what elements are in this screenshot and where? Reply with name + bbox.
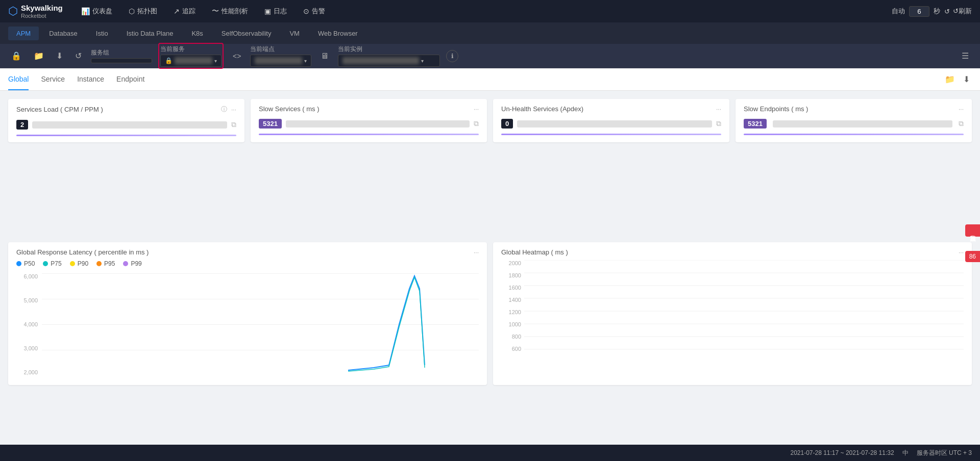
download-icon-btn[interactable]: ⬇ <box>53 49 66 63</box>
chart-header: Global Heatmap ( ms ) ··· <box>501 248 964 256</box>
current-service-input[interactable]: 🔒 -- -- ▾ <box>160 55 222 67</box>
card-body: 5321 ⧉ <box>744 119 964 129</box>
card-underline <box>259 134 479 135</box>
service-chevron-icon: ▾ <box>214 58 217 64</box>
nav-topology[interactable]: ⬡ 拓扑图 <box>122 4 163 19</box>
endpoint-chevron-icon: ▾ <box>304 58 307 64</box>
nav-perf[interactable]: 〜 性能剖析 <box>206 4 254 19</box>
second-nav-apm[interactable]: APM <box>8 27 39 40</box>
refresh-button[interactable]: ↺ ↺刷新 <box>944 7 972 16</box>
copy-icon[interactable]: ⧉ <box>474 119 479 128</box>
floating-badge: 86 <box>965 251 980 262</box>
second-nav-web[interactable]: Web Browser <box>310 27 366 40</box>
services-load-name <box>32 121 227 129</box>
card-underline <box>744 134 964 135</box>
copy-icon[interactable]: ⧉ <box>231 120 236 129</box>
slow-services-title: Slow Services ( ms ) <box>259 105 319 113</box>
sub-tab-instance[interactable]: Instance <box>77 69 104 90</box>
card-header: Services Load ( CPM / PPM ) ⓘ ··· <box>16 105 236 114</box>
slow-endpoints-badge: 5321 <box>744 119 767 129</box>
legend-p50: P50 <box>16 260 35 267</box>
sub-tab-service[interactable]: Service <box>41 69 65 90</box>
nav-log[interactable]: ▣ 日志 <box>258 4 293 19</box>
card-actions[interactable]: ··· <box>959 106 964 113</box>
service-group-input[interactable] <box>91 58 152 63</box>
current-instance-input[interactable]: 70b79c438af0... ▾ <box>338 55 440 67</box>
slow-endpoints-title: Slow Endpoints ( ms ) <box>744 105 808 113</box>
second-nav-database[interactable]: Database <box>41 27 86 40</box>
second-nav-istio[interactable]: Istio <box>88 27 116 40</box>
services-load-card: Services Load ( CPM / PPM ) ⓘ ··· 2 ⧉ <box>8 99 244 142</box>
card-actions[interactable]: ··· <box>474 106 479 113</box>
menu-icon-btn[interactable]: ☰ <box>959 49 972 63</box>
unhealth-services-title: Un-Health Services (Apdex) <box>501 105 583 113</box>
card-actions[interactable]: ⓘ ··· <box>221 105 236 114</box>
sub-tab-global[interactable]: Global <box>8 69 29 90</box>
reload-icon-btn[interactable]: ↺ <box>72 49 85 63</box>
card-actions[interactable]: ··· <box>716 106 721 113</box>
copy-icon[interactable]: ⧉ <box>716 119 721 128</box>
latency-more-icon[interactable]: ··· <box>474 249 479 256</box>
more-icon: ··· <box>959 106 964 113</box>
card-header: Slow Endpoints ( ms ) ··· <box>744 105 964 113</box>
logo-area: ⬡ Skywalking Rocketbot <box>8 4 63 19</box>
topology-icon: ⬡ <box>129 7 135 15</box>
service-group-dropdown[interactable]: 服务组 <box>91 48 152 63</box>
y-labels: 6,000 5,000 4,000 3,000 2,000 <box>16 273 42 375</box>
lock-icon-btn[interactable]: 🔒 <box>8 49 24 63</box>
sub-tabs: Global Service Instance Endpoint 📁 ⬇ <box>0 68 980 91</box>
top-nav: ⬡ Skywalking Rocketbot 📊 仪表盘 ⬡ 拓扑图 ↗ 追踪 … <box>0 0 980 22</box>
code-icon-btn[interactable]: <> <box>230 50 244 62</box>
logo-icon: ⬡ <box>8 5 18 18</box>
empty-space <box>8 150 972 242</box>
current-instance-dropdown[interactable]: 当前实例 70b79c438af0... ▾ <box>338 45 440 67</box>
logo-text: Skywalking <box>21 4 63 13</box>
info-icon-btn[interactable]: ℹ <box>446 50 458 62</box>
card-underline <box>501 134 721 135</box>
heatmap-grid-area <box>524 260 964 362</box>
trace-icon: ↗ <box>174 7 180 15</box>
second-nav-vm[interactable]: VM <box>281 27 308 40</box>
card-header: Slow Services ( ms ) ··· <box>259 105 479 113</box>
latency-chart-title: Global Response Latency ( percentile in … <box>16 248 149 256</box>
nav-alert[interactable]: ⊙ 告警 <box>297 4 331 19</box>
copy-icon[interactable]: ⧉ <box>959 119 964 128</box>
latency-chart-area: 6,000 5,000 4,000 3,000 2,000 <box>16 273 479 375</box>
more-icon: ··· <box>231 106 236 113</box>
main-content: Services Load ( CPM / PPM ) ⓘ ··· 2 ⧉ Sl… <box>0 91 980 401</box>
legend: P50 P75 P90 P95 P99 <box>16 260 479 267</box>
more-icon: ··· <box>716 106 721 113</box>
current-instance-label: 当前实例 <box>338 45 440 54</box>
p50-dot <box>16 261 21 266</box>
current-endpoint-input[interactable]: ins/bas... ▾ <box>250 55 311 67</box>
perf-icon: 〜 <box>212 7 219 16</box>
unhealth-badge: 0 <box>501 119 513 129</box>
second-nav-self[interactable]: SelfObservability <box>213 27 280 40</box>
sub-tab-endpoint[interactable]: Endpoint <box>116 69 144 90</box>
legend-p95: P95 <box>96 260 115 267</box>
heatmap-more-icon[interactable]: ··· <box>959 249 964 256</box>
seconds-label: 秒 <box>934 7 940 16</box>
card-underline <box>16 135 236 136</box>
current-service-value: -- -- <box>175 57 212 64</box>
sub-tab-folder-icon[interactable]: 📁 <box>943 72 957 86</box>
second-nav-istio-dp[interactable]: Istio Data Plane <box>118 27 182 40</box>
second-nav-k8s[interactable]: K8s <box>183 27 211 40</box>
sub-tab-download-icon[interactable]: ⬇ <box>961 72 972 86</box>
sub-tab-actions: 📁 ⬇ <box>943 72 972 86</box>
chart-header: Global Response Latency ( percentile in … <box>16 248 479 256</box>
logo-sub: Rocketbot <box>21 13 63 19</box>
folder-icon-btn[interactable]: 📁 <box>31 49 47 63</box>
dashboard-icon: 📊 <box>81 7 90 15</box>
floating-btn[interactable]: 点我加速 <box>965 224 980 237</box>
services-load-badge: 2 <box>16 120 28 130</box>
monitor-icon-btn[interactable]: 🖥 <box>317 49 332 63</box>
legend-p99: P99 <box>123 260 141 267</box>
heatmap-chart-card: Global Heatmap ( ms ) ··· 2000 1800 1600… <box>493 242 972 385</box>
nav-trace[interactable]: ↗ 追踪 <box>167 4 202 19</box>
current-service-dropdown[interactable]: 当前服务 🔒 -- -- ▾ <box>158 43 224 69</box>
seconds-input[interactable]: 6 <box>909 6 929 17</box>
slow-services-badge: 5321 <box>259 119 282 129</box>
nav-dashboard[interactable]: 📊 仪表盘 <box>75 4 118 19</box>
current-endpoint-dropdown[interactable]: 当前端点 ins/bas... ▾ <box>250 45 311 67</box>
